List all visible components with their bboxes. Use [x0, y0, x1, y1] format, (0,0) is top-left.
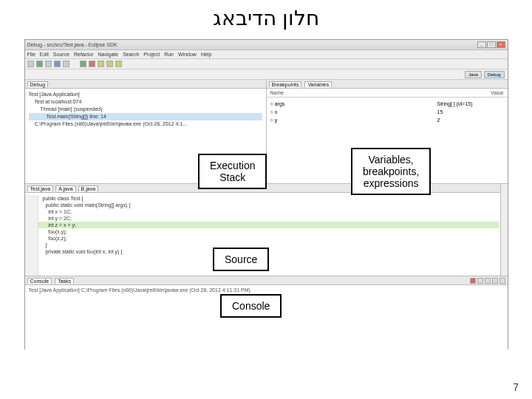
- debug-tab[interactable]: Debug: [27, 81, 49, 87]
- var-row[interactable]: ○ x15: [270, 108, 504, 116]
- close-button[interactable]: ×: [497, 41, 505, 48]
- callout-execution-stack: Execution Stack: [198, 154, 267, 189]
- terminate-icon[interactable]: [89, 61, 95, 67]
- page-number: 7: [513, 381, 519, 393]
- editor-tab[interactable]: A.java: [55, 185, 75, 191]
- tree-item[interactable]: Test.main(String[]) line: 14: [29, 113, 262, 120]
- console-icon[interactable]: [492, 278, 498, 284]
- callout-variables: Variables, breakpoints, expressions: [351, 148, 431, 195]
- tree-item[interactable]: C:\Program Files (x86)\Java\jre8\bin\jav…: [29, 120, 262, 128]
- window-title: Debug - src/src/Test.java - Eclipse SDK: [27, 42, 117, 47]
- menu-search[interactable]: Search: [123, 52, 139, 57]
- menubar: File Edit Source Refactor Navigate Searc…: [25, 50, 508, 59]
- vars-col-name: Name: [270, 90, 491, 95]
- menu-refactor[interactable]: Refactor: [74, 52, 93, 57]
- menu-window[interactable]: Window: [178, 52, 197, 57]
- variables-tab[interactable]: Variables: [304, 81, 332, 87]
- toolbar-icon[interactable]: [63, 61, 69, 67]
- toolbar-icon[interactable]: [54, 61, 61, 67]
- callout-source: Source: [213, 248, 269, 271]
- menu-navigate[interactable]: Navigate: [98, 52, 119, 57]
- editor-tab[interactable]: B.java: [78, 185, 98, 191]
- step-into-icon[interactable]: [98, 61, 104, 67]
- menu-help[interactable]: Help: [201, 52, 211, 57]
- menu-edit[interactable]: Edit: [40, 52, 49, 57]
- slide-title: חלון הדיבאג: [0, 0, 532, 39]
- menu-file[interactable]: File: [27, 52, 35, 57]
- step-return-icon[interactable]: [115, 61, 122, 67]
- toolbar-icon[interactable]: [45, 61, 52, 67]
- variables-list[interactable]: ○ argsString[ ] (id=15) ○ x15 ○ y2: [267, 98, 508, 126]
- console-icon[interactable]: [485, 278, 491, 284]
- tree-item[interactable]: Test at localhost:074: [29, 98, 262, 106]
- step-over-icon[interactable]: [106, 61, 113, 67]
- gutter: [25, 195, 38, 276]
- tasks-tab[interactable]: Tasks: [55, 278, 74, 284]
- perspective-debug[interactable]: Debug: [484, 71, 505, 78]
- breakpoints-tab[interactable]: Breakpoints: [269, 81, 302, 87]
- tree-item[interactable]: Thread [main] (suspended): [29, 106, 262, 113]
- titlebar: Debug - src/src/Test.java - Eclipse SDK …: [25, 40, 508, 50]
- perspective-bar: Java Debug: [25, 69, 508, 80]
- editor-tab[interactable]: Test.java: [27, 185, 54, 191]
- menu-run[interactable]: Run: [164, 52, 174, 57]
- var-row[interactable]: ○ argsString[ ] (id=15): [270, 100, 504, 108]
- menu-source[interactable]: Source: [53, 52, 69, 57]
- console-icon[interactable]: [477, 278, 483, 284]
- resume-icon[interactable]: [80, 61, 86, 67]
- maximize-button[interactable]: □: [487, 41, 496, 48]
- tree-item[interactable]: Test [Java Application]: [29, 91, 262, 98]
- console-icon[interactable]: [499, 278, 505, 284]
- minimize-button[interactable]: _: [477, 41, 486, 48]
- menu-project[interactable]: Project: [143, 52, 160, 57]
- callout-console: Console: [220, 294, 282, 318]
- perspective-java[interactable]: Java: [465, 71, 482, 78]
- run-icon[interactable]: [36, 61, 43, 67]
- var-row[interactable]: ○ y2: [270, 116, 504, 124]
- terminate-icon[interactable]: [470, 278, 476, 284]
- vars-col-value: Value: [491, 90, 503, 95]
- console-tab[interactable]: Console: [27, 278, 52, 284]
- bug-icon[interactable]: [27, 61, 34, 67]
- outline-panel: [500, 184, 508, 276]
- toolbar: [25, 59, 508, 69]
